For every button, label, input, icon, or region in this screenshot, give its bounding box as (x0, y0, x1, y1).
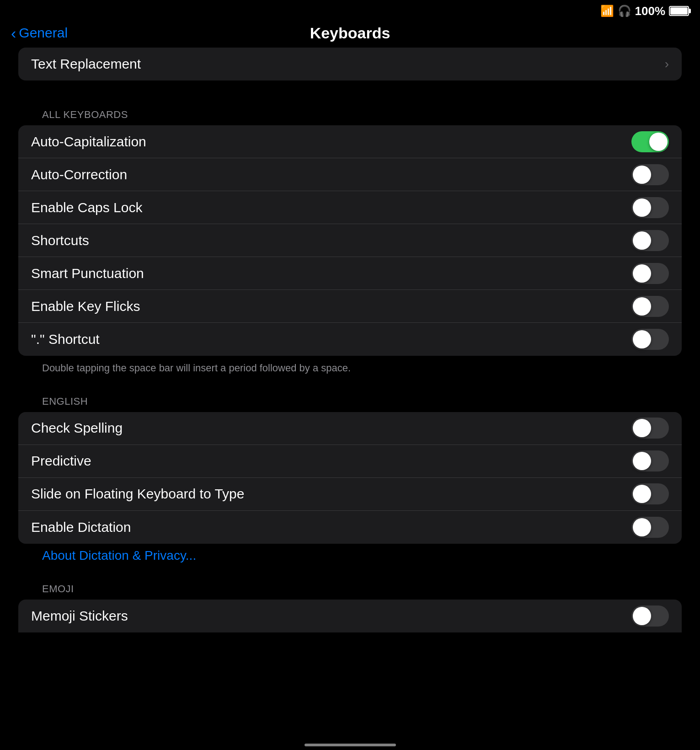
auto-correction-label: Auto-Correction (31, 167, 127, 182)
settings-content: Text Replacement › ALL KEYBOARDS Auto-Ca… (0, 48, 700, 632)
english-header: ENGLISH (18, 386, 682, 412)
english-group: Check Spelling Predictive Slide on Float… (18, 412, 682, 544)
status-icons: 📶 🎧 100% (600, 4, 689, 18)
period-shortcut-toggle[interactable] (631, 329, 669, 350)
text-replacement-row[interactable]: Text Replacement › (18, 48, 682, 80)
text-replacement-label: Text Replacement (31, 56, 141, 72)
page-title: Keyboards (310, 24, 390, 42)
auto-capitalization-toggle[interactable] (631, 131, 669, 152)
all-keyboards-group: Auto-Capitalization Auto-Correction Enab… (18, 125, 682, 356)
toggle-knob (633, 518, 651, 536)
slide-floating-label: Slide on Floating Keyboard to Type (31, 486, 244, 502)
memoji-stickers-label: Memoji Stickers (31, 608, 128, 624)
back-label: General (19, 25, 68, 41)
memoji-stickers-row[interactable]: Memoji Stickers (18, 600, 682, 632)
headphone-icon: 🎧 (618, 5, 631, 17)
scroll-indicator (305, 744, 396, 746)
toggle-knob (649, 133, 668, 151)
auto-capitalization-label: Auto-Capitalization (31, 134, 146, 150)
dictation-privacy-link[interactable]: About Dictation & Privacy... (18, 544, 682, 573)
battery-icon (669, 6, 689, 16)
all-keyboards-header: ALL KEYBOARDS (18, 99, 682, 125)
enable-caps-lock-row[interactable]: Enable Caps Lock (18, 191, 682, 224)
nav-bar: ‹ General Keyboards (0, 20, 700, 48)
check-spelling-row[interactable]: Check Spelling (18, 412, 682, 445)
slide-floating-toggle[interactable] (631, 483, 669, 504)
text-replacement-right: › (665, 57, 669, 71)
emoji-group: Memoji Stickers (18, 600, 682, 632)
enable-key-flicks-label: Enable Key Flicks (31, 299, 140, 314)
shortcuts-label: Shortcuts (31, 233, 89, 248)
check-spelling-toggle[interactable] (631, 418, 669, 439)
shortcuts-row[interactable]: Shortcuts (18, 224, 682, 257)
smart-punctuation-label: Smart Punctuation (31, 266, 144, 281)
toggle-knob (633, 297, 651, 316)
period-shortcut-footer: Double tapping the space bar will insert… (18, 356, 682, 386)
toggle-knob (633, 231, 651, 250)
enable-caps-lock-toggle[interactable] (631, 197, 669, 218)
auto-correction-row[interactable]: Auto-Correction (18, 158, 682, 191)
auto-capitalization-row[interactable]: Auto-Capitalization (18, 125, 682, 158)
smart-punctuation-toggle[interactable] (631, 263, 669, 284)
toggle-knob (633, 452, 651, 470)
wifi-icon: 📶 (600, 5, 614, 17)
enable-dictation-label: Enable Dictation (31, 520, 131, 535)
predictive-toggle[interactable] (631, 450, 669, 471)
slide-floating-row[interactable]: Slide on Floating Keyboard to Type (18, 478, 682, 511)
toggle-knob (633, 419, 651, 437)
memoji-stickers-toggle[interactable] (631, 605, 669, 627)
predictive-label: Predictive (31, 453, 91, 469)
enable-key-flicks-toggle[interactable] (631, 296, 669, 317)
check-spelling-label: Check Spelling (31, 420, 123, 436)
chevron-left-icon: ‹ (11, 25, 16, 41)
toggle-knob (633, 264, 651, 283)
shortcuts-toggle[interactable] (631, 230, 669, 251)
toggle-knob (633, 607, 651, 625)
battery-percent: 100% (635, 4, 666, 18)
toggle-knob (633, 166, 651, 184)
enable-dictation-toggle[interactable] (631, 517, 669, 538)
status-bar: 📶 🎧 100% (0, 0, 700, 20)
enable-caps-lock-label: Enable Caps Lock (31, 200, 143, 215)
period-shortcut-row[interactable]: "." Shortcut (18, 323, 682, 356)
period-shortcut-label: "." Shortcut (31, 332, 100, 347)
enable-key-flicks-row[interactable]: Enable Key Flicks (18, 290, 682, 323)
auto-correction-toggle[interactable] (631, 164, 669, 185)
back-button[interactable]: ‹ General (11, 25, 68, 41)
toggle-knob (633, 198, 651, 217)
emoji-header: EMOJI (18, 573, 682, 600)
smart-punctuation-row[interactable]: Smart Punctuation (18, 257, 682, 290)
predictive-row[interactable]: Predictive (18, 445, 682, 478)
toggle-knob (633, 485, 651, 503)
enable-dictation-row[interactable]: Enable Dictation (18, 511, 682, 544)
chevron-right-icon: › (665, 57, 669, 71)
toggle-knob (633, 330, 651, 348)
